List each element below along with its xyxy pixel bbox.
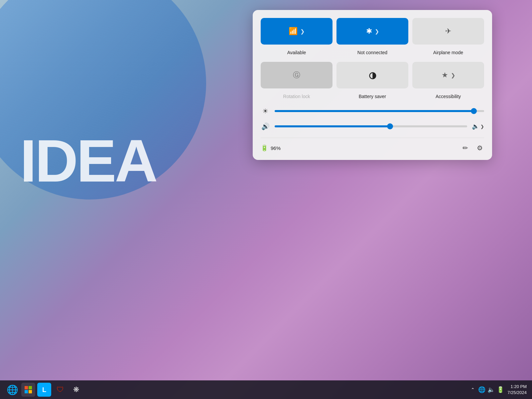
taskbar-dropbox-icon[interactable]: ❋	[69, 383, 83, 397]
volume-icon: 🔊	[261, 122, 270, 130]
taskbar-system-icons: 🌐 🔈 🔋	[478, 386, 504, 393]
rotation-lock-label: Rotation lock	[261, 94, 332, 99]
brightness-fill	[275, 110, 474, 112]
quick-settings-labels-row2: Rotation lock Battery saver Accessibilit…	[261, 94, 484, 99]
battery-percent: 96%	[271, 145, 281, 151]
taskbar-network-icon[interactable]: 🌐	[478, 386, 485, 393]
airplane-icon: ✈	[445, 27, 451, 36]
volume-slider-row: 🔊 🔈 ❯	[261, 122, 484, 130]
taskbar: 🌐 L 🛡 ❋ ⌃ 🌐 🔈 🔋 1:20 PM 7/25/2024	[0, 380, 532, 399]
battery-saver-label: Battery saver	[336, 94, 408, 99]
settings-button[interactable]: ⚙	[475, 143, 484, 153]
bluetooth-icon: ✱	[366, 27, 372, 36]
volume-fill	[275, 125, 390, 127]
quick-settings-row2: Ⓖ ◑ ★ ❯	[261, 62, 484, 88]
rotation-lock-button[interactable]: Ⓖ	[261, 62, 332, 88]
speaker-device-icon: 🔈	[472, 123, 479, 130]
brightness-track[interactable]	[275, 110, 484, 112]
brightness-thumb[interactable]	[471, 108, 477, 114]
svg-rect-2	[25, 390, 28, 393]
volume-device-button[interactable]: 🔈 ❯	[472, 123, 484, 130]
wifi-button[interactable]: 📶 ❯	[261, 18, 332, 45]
taskbar-lens-icon[interactable]: L	[37, 383, 51, 397]
taskbar-clock[interactable]: 1:20 PM 7/25/2024	[507, 384, 527, 396]
taskbar-battery-icon[interactable]: 🔋	[497, 386, 504, 393]
accessibility-button[interactable]: ★ ❯	[412, 62, 484, 88]
volume-thumb[interactable]	[387, 123, 393, 129]
brightness-icon: ☀	[261, 107, 270, 115]
taskbar-time: 1:20 PM	[507, 384, 527, 390]
desktop-brand-text: IDEA	[20, 126, 156, 195]
taskbar-edge-icon[interactable]: 🌐	[5, 383, 19, 397]
brightness-slider-row: ☀	[261, 107, 484, 115]
taskbar-volume-icon[interactable]: 🔈	[487, 386, 495, 393]
taskbar-mcafee-icon[interactable]: 🛡	[53, 383, 67, 397]
rotation-lock-icon: Ⓖ	[293, 70, 300, 80]
taskbar-date: 7/25/2024	[507, 390, 527, 396]
airplane-mode-button[interactable]: ✈	[412, 18, 484, 45]
system-tray-chevron[interactable]: ⌃	[471, 387, 475, 392]
wifi-chevron-icon: ❯	[300, 28, 305, 35]
accessibility-chevron-icon: ❯	[451, 72, 455, 78]
quick-settings-panel: 📶 ❯ ✱ ❯ ✈ Available Not connected Airpla…	[253, 10, 492, 160]
battery-saver-icon: ◑	[369, 70, 376, 80]
svg-rect-1	[29, 386, 32, 389]
battery-info: 🔋 96%	[261, 144, 281, 152]
bluetooth-chevron-icon: ❯	[375, 28, 379, 35]
quick-settings-labels-row1: Available Not connected Airplane mode	[261, 50, 484, 55]
accessibility-label: Accessibility	[412, 94, 484, 99]
quick-settings-bottom-icons: ✏ ⚙	[461, 143, 484, 153]
taskbar-start-icon[interactable]	[21, 383, 35, 397]
airplane-label: Airplane mode	[412, 50, 484, 55]
wifi-label: Available	[261, 50, 332, 55]
accessibility-icon: ★	[442, 71, 448, 79]
battery-saver-button[interactable]: ◑	[336, 62, 408, 88]
svg-rect-0	[25, 386, 28, 389]
volume-track[interactable]	[275, 125, 467, 127]
taskbar-system-tray: ⌃ 🌐 🔈 🔋 1:20 PM 7/25/2024	[471, 384, 527, 396]
taskbar-app-icons: 🌐 L 🛡 ❋	[5, 383, 83, 397]
edit-button[interactable]: ✏	[461, 143, 469, 153]
quick-settings-bottom-bar: 🔋 96% ✏ ⚙	[261, 138, 484, 153]
windows-logo-icon	[25, 386, 32, 393]
bluetooth-button[interactable]: ✱ ❯	[336, 18, 408, 45]
volume-chevron-icon: ❯	[480, 124, 484, 129]
quick-settings-row1: 📶 ❯ ✱ ❯ ✈	[261, 18, 484, 45]
battery-icon: 🔋	[261, 144, 268, 152]
bluetooth-label: Not connected	[336, 50, 408, 55]
svg-rect-3	[29, 390, 32, 393]
wifi-icon: 📶	[289, 27, 298, 36]
